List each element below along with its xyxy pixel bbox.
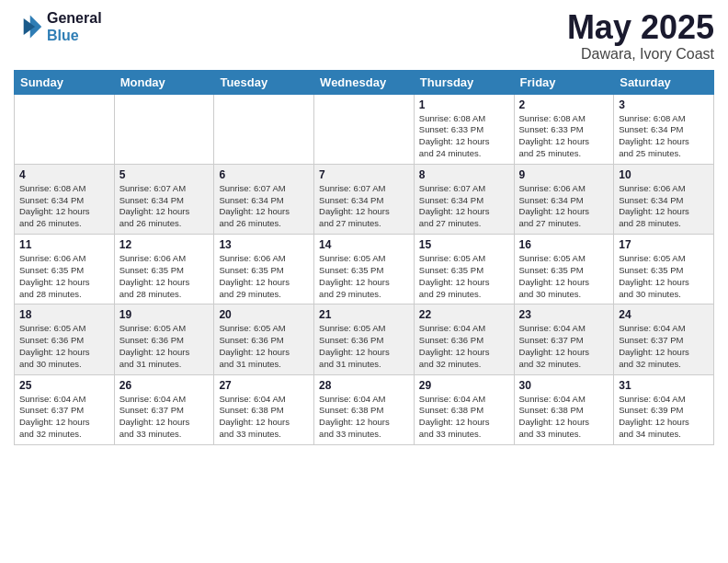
month-title: May 2025 xyxy=(567,9,714,46)
calendar-cell: 8Sunrise: 6:07 AMSunset: 6:34 PMDaylight… xyxy=(414,164,514,234)
header: General Blue May 2025 Dawara, Ivory Coas… xyxy=(14,9,714,63)
day-info: Sunrise: 6:05 AMSunset: 6:35 PMDaylight:… xyxy=(619,253,709,300)
day-info: Sunrise: 6:06 AMSunset: 6:35 PMDaylight:… xyxy=(219,253,309,300)
day-info: Sunrise: 6:04 AMSunset: 6:37 PMDaylight:… xyxy=(19,394,109,441)
calendar-cell: 20Sunrise: 6:05 AMSunset: 6:36 PMDayligh… xyxy=(214,304,314,374)
page: General Blue May 2025 Dawara, Ivory Coas… xyxy=(0,0,728,459)
calendar-cell: 3Sunrise: 6:08 AMSunset: 6:34 PMDaylight… xyxy=(614,94,714,164)
calendar-cell xyxy=(214,94,314,164)
day-number: 28 xyxy=(319,379,409,392)
day-info: Sunrise: 6:04 AMSunset: 6:38 PMDaylight:… xyxy=(519,394,609,441)
day-info: Sunrise: 6:08 AMSunset: 6:33 PMDaylight:… xyxy=(519,113,609,160)
title-block: May 2025 Dawara, Ivory Coast xyxy=(567,9,714,63)
day-info: Sunrise: 6:07 AMSunset: 6:34 PMDaylight:… xyxy=(419,183,509,230)
calendar-cell: 11Sunrise: 6:06 AMSunset: 6:35 PMDayligh… xyxy=(15,235,115,304)
day-number: 11 xyxy=(19,238,109,251)
day-number: 7 xyxy=(319,168,409,181)
day-info: Sunrise: 6:04 AMSunset: 6:39 PMDaylight:… xyxy=(619,394,709,441)
day-number: 2 xyxy=(519,98,609,111)
logo-icon xyxy=(14,12,43,41)
day-info: Sunrise: 6:04 AMSunset: 6:37 PMDaylight:… xyxy=(519,323,609,370)
calendar-cell: 30Sunrise: 6:04 AMSunset: 6:38 PMDayligh… xyxy=(514,374,614,444)
calendar-cell: 10Sunrise: 6:06 AMSunset: 6:34 PMDayligh… xyxy=(614,164,714,234)
calendar-cell xyxy=(314,94,415,164)
day-header-saturday: Saturday xyxy=(614,70,714,94)
day-number: 27 xyxy=(219,379,309,392)
calendar-cell: 26Sunrise: 6:04 AMSunset: 6:37 PMDayligh… xyxy=(114,374,214,444)
calendar-cell: 9Sunrise: 6:06 AMSunset: 6:34 PMDaylight… xyxy=(514,164,614,234)
day-number: 20 xyxy=(219,308,309,321)
day-header-sunday: Sunday xyxy=(15,70,115,94)
day-info: Sunrise: 6:05 AMSunset: 6:35 PMDaylight:… xyxy=(319,253,409,300)
calendar-cell: 14Sunrise: 6:05 AMSunset: 6:35 PMDayligh… xyxy=(314,235,415,304)
day-number: 18 xyxy=(19,308,109,321)
day-number: 30 xyxy=(519,379,609,392)
calendar-cell: 12Sunrise: 6:06 AMSunset: 6:35 PMDayligh… xyxy=(114,235,214,304)
day-info: Sunrise: 6:04 AMSunset: 6:38 PMDaylight:… xyxy=(319,394,409,441)
day-number: 23 xyxy=(519,308,609,321)
day-info: Sunrise: 6:06 AMSunset: 6:35 PMDaylight:… xyxy=(119,253,210,300)
day-number: 15 xyxy=(419,238,509,251)
calendar-cell: 6Sunrise: 6:07 AMSunset: 6:34 PMDaylight… xyxy=(214,164,314,234)
day-number: 3 xyxy=(619,98,709,111)
day-header-friday: Friday xyxy=(514,70,614,94)
day-number: 9 xyxy=(519,168,609,181)
calendar-cell: 22Sunrise: 6:04 AMSunset: 6:36 PMDayligh… xyxy=(414,304,514,374)
calendar-cell: 23Sunrise: 6:04 AMSunset: 6:37 PMDayligh… xyxy=(514,304,614,374)
day-header-wednesday: Wednesday xyxy=(314,70,415,94)
calendar-cell: 15Sunrise: 6:05 AMSunset: 6:35 PMDayligh… xyxy=(414,235,514,304)
day-info: Sunrise: 6:05 AMSunset: 6:36 PMDaylight:… xyxy=(319,323,409,370)
calendar-cell: 1Sunrise: 6:08 AMSunset: 6:33 PMDaylight… xyxy=(414,94,514,164)
day-info: Sunrise: 6:04 AMSunset: 6:38 PMDaylight:… xyxy=(219,394,309,441)
calendar-cell: 31Sunrise: 6:04 AMSunset: 6:39 PMDayligh… xyxy=(614,374,714,444)
calendar-cell: 5Sunrise: 6:07 AMSunset: 6:34 PMDaylight… xyxy=(114,164,214,234)
calendar-cell: 29Sunrise: 6:04 AMSunset: 6:38 PMDayligh… xyxy=(414,374,514,444)
day-number: 24 xyxy=(619,308,709,321)
day-number: 22 xyxy=(419,308,509,321)
calendar-cell: 24Sunrise: 6:04 AMSunset: 6:37 PMDayligh… xyxy=(614,304,714,374)
calendar-cell xyxy=(114,94,214,164)
calendar-cell: 2Sunrise: 6:08 AMSunset: 6:33 PMDaylight… xyxy=(514,94,614,164)
day-number: 13 xyxy=(219,238,309,251)
calendar-cell: 13Sunrise: 6:06 AMSunset: 6:35 PMDayligh… xyxy=(214,235,314,304)
day-info: Sunrise: 6:07 AMSunset: 6:34 PMDaylight:… xyxy=(319,183,409,230)
day-info: Sunrise: 6:04 AMSunset: 6:36 PMDaylight:… xyxy=(419,323,509,370)
day-number: 21 xyxy=(319,308,409,321)
calendar-cell: 27Sunrise: 6:04 AMSunset: 6:38 PMDayligh… xyxy=(214,374,314,444)
day-number: 26 xyxy=(119,379,210,392)
calendar-cell xyxy=(15,94,115,164)
day-number: 4 xyxy=(19,168,109,181)
day-info: Sunrise: 6:08 AMSunset: 6:34 PMDaylight:… xyxy=(19,183,109,230)
logo: General Blue xyxy=(14,9,102,44)
calendar-cell: 21Sunrise: 6:05 AMSunset: 6:36 PMDayligh… xyxy=(314,304,415,374)
day-info: Sunrise: 6:07 AMSunset: 6:34 PMDaylight:… xyxy=(219,183,309,230)
calendar-cell: 7Sunrise: 6:07 AMSunset: 6:34 PMDaylight… xyxy=(314,164,415,234)
day-number: 6 xyxy=(219,168,309,181)
day-number: 12 xyxy=(119,238,210,251)
day-number: 17 xyxy=(619,238,709,251)
day-number: 31 xyxy=(619,379,709,392)
calendar-cell: 25Sunrise: 6:04 AMSunset: 6:37 PMDayligh… xyxy=(15,374,115,444)
day-info: Sunrise: 6:08 AMSunset: 6:33 PMDaylight:… xyxy=(419,113,509,160)
day-header-thursday: Thursday xyxy=(414,70,514,94)
calendar-cell: 28Sunrise: 6:04 AMSunset: 6:38 PMDayligh… xyxy=(314,374,415,444)
day-number: 10 xyxy=(619,168,709,181)
day-number: 8 xyxy=(419,168,509,181)
calendar-cell: 18Sunrise: 6:05 AMSunset: 6:36 PMDayligh… xyxy=(15,304,115,374)
calendar-cell: 16Sunrise: 6:05 AMSunset: 6:35 PMDayligh… xyxy=(514,235,614,304)
day-info: Sunrise: 6:06 AMSunset: 6:34 PMDaylight:… xyxy=(519,183,609,230)
day-info: Sunrise: 6:08 AMSunset: 6:34 PMDaylight:… xyxy=(619,113,709,160)
day-header-tuesday: Tuesday xyxy=(214,70,314,94)
location: Dawara, Ivory Coast xyxy=(567,46,714,63)
day-info: Sunrise: 6:04 AMSunset: 6:38 PMDaylight:… xyxy=(419,394,509,441)
day-info: Sunrise: 6:06 AMSunset: 6:34 PMDaylight:… xyxy=(619,183,709,230)
calendar-cell: 4Sunrise: 6:08 AMSunset: 6:34 PMDaylight… xyxy=(15,164,115,234)
day-number: 14 xyxy=(319,238,409,251)
day-number: 29 xyxy=(419,379,509,392)
day-info: Sunrise: 6:05 AMSunset: 6:35 PMDaylight:… xyxy=(519,253,609,300)
day-info: Sunrise: 6:06 AMSunset: 6:35 PMDaylight:… xyxy=(19,253,109,300)
day-info: Sunrise: 6:07 AMSunset: 6:34 PMDaylight:… xyxy=(119,183,210,230)
day-info: Sunrise: 6:05 AMSunset: 6:36 PMDaylight:… xyxy=(19,323,109,370)
calendar-cell: 19Sunrise: 6:05 AMSunset: 6:36 PMDayligh… xyxy=(114,304,214,374)
calendar-cell: 17Sunrise: 6:05 AMSunset: 6:35 PMDayligh… xyxy=(614,235,714,304)
